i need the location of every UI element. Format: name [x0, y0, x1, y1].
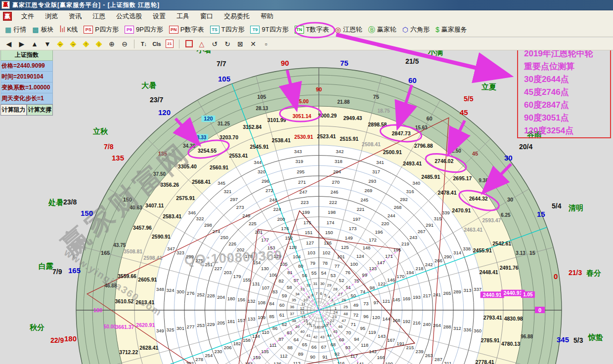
- svg-text:41: 41: [306, 333, 311, 338]
- menu-item-4[interactable]: 江恩: [87, 11, 111, 22]
- menu-item-7[interactable]: 工具: [171, 11, 195, 22]
- toolbar-button-板块[interactable]: ▩板块: [29, 24, 56, 35]
- svg-text:263: 263: [425, 353, 433, 358]
- svg-text:193: 193: [413, 294, 421, 300]
- menu-item-6[interactable]: 设置: [147, 11, 171, 22]
- toolbar-button-9P四方形[interactable]: P99P四方形: [122, 24, 166, 35]
- menu-item-8[interactable]: 窗口: [195, 11, 219, 22]
- svg-text:228: 228: [207, 293, 215, 298]
- calendar-icon[interactable]: 21: [164, 39, 175, 49]
- toolbar-button-行情[interactable]: ▦行情: [2, 24, 29, 35]
- diamond-left-icon[interactable]: ◆←: [54, 39, 66, 49]
- calc-support-button[interactable]: 计算支撑: [27, 104, 53, 116]
- toolbar-button-P四方形[interactable]: PSP四方形: [81, 24, 122, 35]
- svg-text:360: 360: [474, 328, 482, 333]
- svg-text:67: 67: [321, 344, 327, 350]
- svg-text:3152.84: 3152.84: [243, 124, 262, 130]
- toolbar-button-K线[interactable]: ꟾılK线: [56, 24, 81, 35]
- box-x-icon[interactable]: ⊠: [234, 39, 246, 49]
- diamond-up-icon[interactable]: ◆↑: [80, 39, 92, 49]
- svg-text:2493.41: 2493.41: [403, 161, 422, 166]
- svg-text:124: 124: [356, 253, 364, 259]
- toolbar-button-P数字表[interactable]: PNP数字表: [166, 24, 207, 35]
- cross-icon[interactable]: ✕: [247, 39, 259, 49]
- svg-text:123: 123: [369, 266, 377, 271]
- annotation-line-5: 60度2847点: [524, 99, 610, 112]
- menu-item-10[interactable]: 帮助: [255, 11, 279, 22]
- svg-text:2593.47: 2593.47: [482, 217, 501, 223]
- svg-text:28.13: 28.13: [256, 106, 268, 111]
- rotate-right-tri-icon[interactable]: ▼: [42, 39, 53, 49]
- svg-text:2491.76: 2491.76: [500, 265, 519, 271]
- toolbar-button-赢家轮[interactable]: Ⓑ赢家轮: [365, 24, 399, 35]
- triangle-tool-icon[interactable]: △: [196, 39, 208, 49]
- solar-term-清明: 清明: [569, 203, 583, 213]
- menu-item-9[interactable]: 交易委托: [219, 11, 255, 22]
- cursor-tool-icon[interactable]: ▫: [260, 39, 272, 49]
- svg-text:69: 69: [339, 337, 345, 342]
- rotate-left-tri-icon[interactable]: ▲: [29, 39, 41, 49]
- panel-row-3: 变换系数=1.00000: [0, 82, 53, 93]
- rotate-cw-icon[interactable]: ↻: [221, 39, 233, 49]
- svg-text:169: 169: [402, 296, 410, 301]
- cls-button[interactable]: Cls: [151, 39, 163, 49]
- svg-text:312: 312: [453, 325, 461, 331]
- svg-text:33: 33: [300, 287, 305, 291]
- menu-item-5[interactable]: 公式选股: [111, 11, 147, 22]
- toolbar-button-六角形[interactable]: ⬡六角形: [399, 24, 433, 35]
- svg-text:273: 273: [236, 204, 244, 210]
- svg-text:90: 90: [310, 354, 315, 360]
- svg-text:108: 108: [258, 300, 265, 305]
- square-tool-icon[interactable]: [183, 39, 195, 49]
- menu-item-2[interactable]: 浏览: [40, 11, 63, 22]
- toolbar-button-T数字表[interactable]: TNT数字表: [292, 24, 332, 35]
- toolbar-button-T四方形[interactable]: TST四方形: [207, 24, 248, 35]
- toolbar-button-赢家服务[interactable]: $赢家服务: [433, 24, 470, 35]
- angle-label-75: 75: [340, 59, 349, 67]
- diamond-right-icon[interactable]: ◆→: [67, 39, 79, 49]
- svg-text:2644.32: 2644.32: [469, 196, 488, 202]
- svg-text:37: 37: [290, 312, 294, 316]
- forward-icon[interactable]: ▶: [16, 39, 28, 49]
- angle-label-120: 120: [158, 108, 171, 117]
- zoom-in-icon[interactable]: ⊕: [106, 39, 118, 49]
- menu-item-3[interactable]: 资讯: [63, 11, 87, 22]
- svg-text:339: 339: [442, 210, 450, 215]
- svg-text:40: 40: [300, 329, 305, 334]
- solar-term-秋分: 秋分: [30, 323, 44, 332]
- back-icon[interactable]: ◀: [3, 39, 15, 49]
- calc-resistance-button[interactable]: 计算阻力: [0, 104, 27, 116]
- diamond-down-icon[interactable]: ◆↓: [93, 39, 105, 49]
- svg-text:30: 30: [507, 197, 513, 202]
- svg-text:2785.91: 2785.91: [481, 337, 500, 343]
- svg-text:2746.02: 2746.02: [435, 158, 453, 164]
- svg-text:96.88: 96.88: [521, 334, 533, 339]
- svg-text:2949.43: 2949.43: [343, 115, 362, 121]
- svg-text:106: 106: [269, 272, 277, 278]
- svg-text:74: 74: [360, 289, 365, 294]
- svg-text:98: 98: [370, 285, 375, 290]
- svg-text:293: 293: [368, 178, 376, 184]
- svg-text:2: 2: [333, 302, 336, 306]
- zoom-out-icon[interactable]: ⊖: [119, 39, 131, 49]
- t-arrow-icon[interactable]: T↓: [138, 39, 150, 49]
- svg-text:5: 5: [324, 293, 327, 297]
- svg-text:109: 109: [258, 315, 265, 320]
- svg-text:177: 177: [261, 237, 269, 243]
- svg-text:2628.41: 2628.41: [139, 345, 158, 351]
- svg-text:32: 32: [306, 283, 311, 287]
- toolbar-button-9T四方形[interactable]: T99T四方形: [247, 24, 291, 35]
- menu-item-1[interactable]: 文件: [16, 11, 40, 22]
- svg-text:107: 107: [262, 285, 269, 290]
- svg-text:150: 150: [325, 230, 333, 235]
- svg-text:105: 105: [257, 94, 266, 100]
- svg-text:122: 122: [378, 281, 386, 286]
- panel-row-4: 周天变化步长=1: [0, 93, 53, 104]
- rotate-ccw-icon[interactable]: ↺: [209, 39, 220, 49]
- toolbar-button-江恩轮[interactable]: ◎江恩轮: [332, 24, 365, 35]
- angle-label-90: 90: [281, 59, 289, 67]
- svg-text:85: 85: [269, 314, 274, 319]
- svg-text:269: 269: [364, 188, 372, 193]
- svg-text:194: 194: [406, 270, 414, 275]
- toolbar-label: K线: [67, 25, 78, 34]
